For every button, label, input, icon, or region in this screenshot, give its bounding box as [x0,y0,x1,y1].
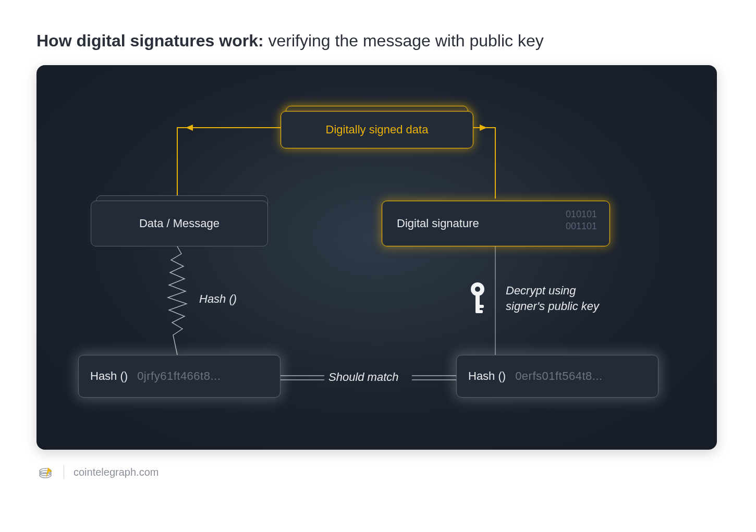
hash-right-label: Hash () [468,369,506,383]
hash-fn-annotation: Hash () [199,292,237,306]
decrypt-annotation-line1: Decrypt using [506,283,599,299]
signed-data-label: Digitally signed data [326,123,429,137]
hash-left-box: Hash () 0jrfy61ft466t8... [78,355,281,398]
binary-line-2: 001101 [566,220,597,232]
logo-icon [39,464,54,480]
diagram-panel: Digitally signed data Data / Message Dig… [36,65,717,450]
signed-data-box: Digitally signed data [281,111,473,149]
binary-line-1: 010101 [566,208,597,220]
binary-decoration: 010101 001101 [566,208,597,233]
hash-left-label: Hash () [90,369,128,383]
data-message-label: Data / Message [139,217,220,230]
should-match-annotation: Should match [328,370,399,384]
footer-divider [64,465,64,479]
title-bold: How digital signatures work: [36,31,264,50]
svg-rect-7 [475,294,480,312]
digital-signature-label: Digital signature [397,217,479,230]
svg-point-6 [475,287,480,292]
svg-rect-8 [475,305,484,308]
data-message-box: Data / Message [91,201,268,246]
decrypt-annotation-line2: signer's public key [506,299,599,314]
hash-right-value: 0erfs01ft564t8... [515,369,603,383]
hash-right-box: Hash () 0erfs01ft564t8... [456,355,659,398]
title-light: verifying the message with public key [269,31,544,50]
footer: cointelegraph.com [36,464,720,480]
page-title: How digital signatures work: verifying t… [36,31,720,51]
decrypt-annotation: Decrypt using signer's public key [506,283,599,314]
hash-left-value: 0jrfy61ft466t8... [137,369,221,383]
digital-signature-box: Digital signature 010101 001101 [382,201,610,246]
key-icon [471,282,484,313]
footer-site: cointelegraph.com [74,466,158,478]
svg-rect-9 [475,310,483,313]
